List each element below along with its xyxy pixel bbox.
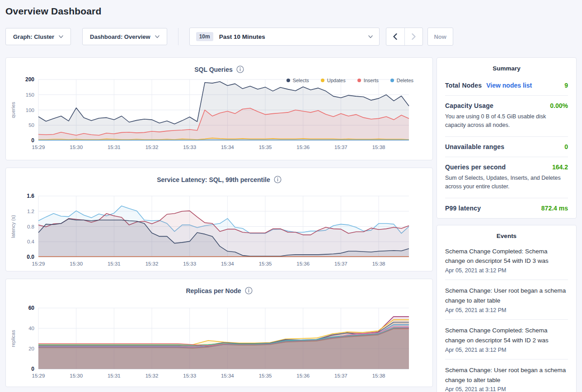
info-icon[interactable] [236,65,244,73]
sql-queries-chart-panel: SQL Queries SelectsUpdatesInsertsDeletes… [5,57,433,160]
svg-text:15:34: 15:34 [221,373,234,378]
svg-text:0.8: 0.8 [27,224,34,229]
view-nodes-list-link[interactable]: View nodes list [486,82,532,89]
graph-scope-dropdown[interactable]: Graph: Cluster [5,28,71,45]
event-timestamp: Apr 05, 2021 at 3:12 PM [445,267,568,274]
divider [445,136,568,137]
svg-text:15:31: 15:31 [108,261,121,266]
summary-row: Total NodesView nodes list9 [445,82,568,89]
svg-text:15:29: 15:29 [32,261,45,266]
svg-text:0: 0 [31,366,34,372]
divider [445,359,568,359]
replicas-chart-title: Replicas per Node [186,287,241,294]
svg-text:150: 150 [26,92,34,98]
svg-text:40: 40 [28,326,34,331]
summary-heading: Summary [445,65,568,72]
svg-text:15:33: 15:33 [183,373,196,378]
svg-text:15:35: 15:35 [259,261,272,266]
legend-label: Updates [327,78,346,83]
service-latency-chart-title: Service Latency: SQL, 99th percentile [157,176,270,183]
toolbar-divider [178,28,178,45]
svg-text:15:32: 15:32 [146,261,159,266]
main-content: SQL Queries SelectsUpdatesInsertsDeletes… [5,57,577,392]
chevron-right-icon [412,33,416,40]
svg-text:queries: queries [10,102,16,118]
svg-text:0.4: 0.4 [27,239,35,244]
legend-item-updates[interactable]: Updates [321,78,346,83]
event-timestamp: Apr 05, 2021 at 3:12 PM [445,347,568,353]
chevron-down-icon [59,35,63,38]
dashboard-toolbar: Graph: Cluster Dashboard: Overview 10m P… [5,28,577,46]
time-range-badge: 10m [196,32,213,41]
summary-row-label: Queries per second [445,163,506,171]
divider [445,157,568,157]
svg-text:15:37: 15:37 [334,373,347,378]
legend-dot [390,79,394,82]
svg-text:15:38: 15:38 [372,261,385,266]
charts-column: SQL Queries SelectsUpdatesInsertsDeletes… [5,57,433,392]
event-timestamp: Apr 05, 2021 at 3:11 PM [445,386,568,392]
time-range-selector[interactable]: 10m Past 10 Minutes [189,28,380,46]
legend-item-selects[interactable]: Selects [286,78,309,83]
legend-item-inserts[interactable]: Inserts [357,78,379,83]
now-button[interactable]: Now [427,28,453,46]
time-step-forward-button[interactable] [404,28,422,45]
svg-text:15:32: 15:32 [146,145,159,150]
summary-row: Unavailable ranges0 [445,143,568,150]
summary-row-value: 0 [564,143,568,150]
svg-text:200: 200 [25,76,34,83]
summary-row-value: 164.2 [552,163,568,171]
summary-row: Capacity Usage0.00%You are using 0 B of … [445,102,568,130]
event-item: Schema Change: User root began a schema … [445,286,568,313]
svg-text:15:31: 15:31 [108,145,121,150]
divider [445,319,568,320]
svg-text:15:30: 15:30 [70,261,83,266]
summary-row-label: Total Nodes [445,82,482,89]
chevron-down-icon [368,35,373,38]
dashboard-select-dropdown[interactable]: Dashboard: Overview [82,28,167,45]
event-timestamp: Apr 05, 2021 at 3:12 PM [445,307,568,313]
svg-text:50: 50 [28,122,34,128]
svg-text:15:38: 15:38 [372,373,385,378]
events-heading: Events [445,233,568,239]
svg-text:15:34: 15:34 [221,145,234,150]
summary-panel: Summary Total NodesView nodes list9Capac… [436,57,577,219]
sql-queries-chart-title: SQL Queries [194,66,233,73]
time-step-back-button[interactable] [386,28,404,45]
summary-row-value: 872.4 ms [541,205,568,212]
service-latency-chart[interactable]: 15:2915:3015:3115:3215:3315:3415:3515:36… [6,191,432,271]
svg-text:15:35: 15:35 [259,145,272,150]
divider [445,198,568,198]
svg-text:15:31: 15:31 [108,373,121,378]
svg-text:15:36: 15:36 [296,261,310,266]
svg-text:15:37: 15:37 [334,145,347,150]
events-list: Schema Change Completed: Schema change o… [445,247,568,392]
svg-text:15:29: 15:29 [32,145,45,150]
divider [445,95,568,96]
summary-row-subtext: You are using 0 B of 4.5 GiB usable disk… [445,112,568,130]
replicas-per-node-chart[interactable]: 15:2915:3015:3115:3215:3315:3415:3515:36… [6,303,432,383]
svg-text:15:38: 15:38 [372,145,385,150]
legend-label: Selects [293,78,309,83]
legend-dot [357,79,361,82]
event-text: Schema Change: User root began a schema … [445,365,568,385]
summary-row-value: 9 [564,82,568,89]
sql-queries-chart[interactable]: 15:2915:3015:3115:3215:3315:3415:3515:36… [6,74,432,154]
event-item: Schema Change Completed: Schema change o… [445,326,568,353]
time-step-buttons [386,28,423,46]
svg-text:15:36: 15:36 [296,145,310,150]
sidebar-column: Summary Total NodesView nodes list9Capac… [436,57,577,392]
legend-label: Inserts [364,78,379,83]
svg-text:1.6: 1.6 [27,193,34,199]
svg-text:15:30: 15:30 [70,373,83,378]
legend-item-deletes[interactable]: Deletes [390,78,413,83]
chevron-down-icon [155,35,160,38]
svg-text:0: 0 [31,137,34,144]
svg-text:15:29: 15:29 [32,373,45,378]
info-icon[interactable] [274,176,282,183]
event-item: Schema Change: User root began a schema … [445,365,568,392]
sql-queries-legend: SelectsUpdatesInsertsDeletes [286,78,413,83]
info-icon[interactable] [245,287,253,294]
dashboard-select-dropdown-label: Dashboard: Overview [90,33,150,40]
events-panel: Events Schema Change Completed: Schema c… [436,225,577,392]
